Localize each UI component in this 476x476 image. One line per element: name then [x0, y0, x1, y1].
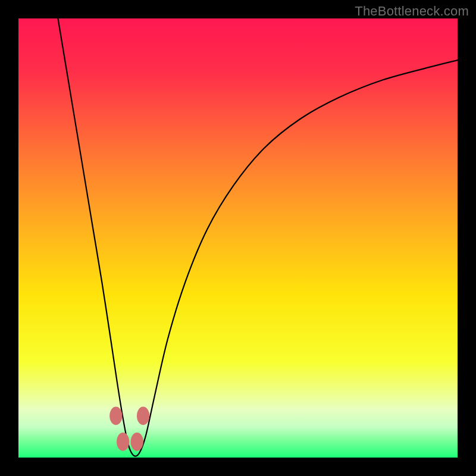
chart-frame: TheBottleneck.com: [0, 0, 476, 476]
marker-left-upper: [109, 407, 122, 425]
marker-right-lower: [131, 433, 143, 451]
marker-right-upper: [137, 407, 149, 425]
watermark-text: TheBottleneck.com: [355, 4, 469, 19]
plot-area: [18, 18, 458, 458]
curve-layer: [18, 18, 458, 458]
bottleneck-curve: [58, 18, 458, 456]
marker-left-lower: [117, 433, 129, 451]
